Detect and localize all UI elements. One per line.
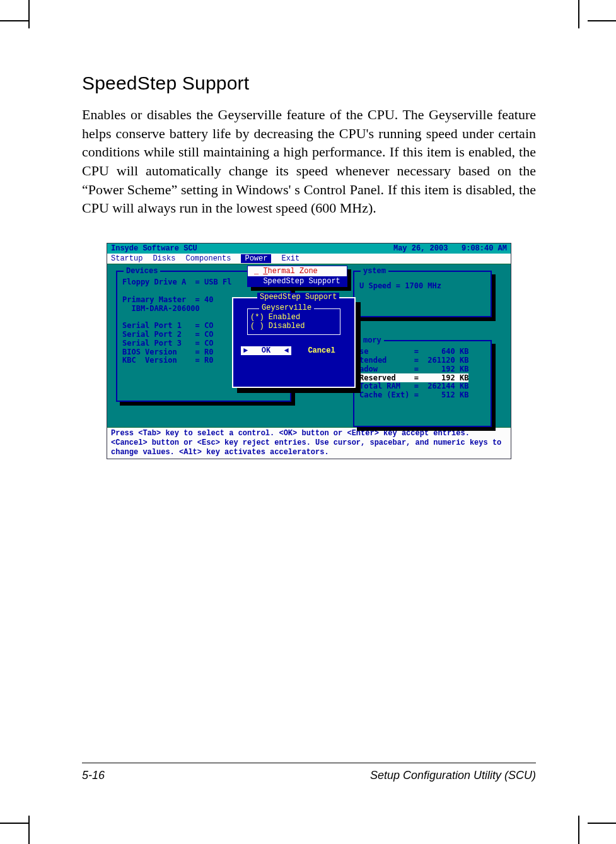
memory-text: se = 640 KB tended = 261120 KB adow = 19…: [359, 348, 485, 400]
dialog-speedstep: SpeedStep Support Geyserville (*) Enable…: [232, 297, 356, 388]
menu-disks[interactable]: Disks: [153, 254, 175, 263]
option-disabled[interactable]: ( ) Disabled: [250, 322, 337, 331]
bios-titlebar: Insyde Software SCU May 26, 2003 9:08:40…: [107, 243, 511, 254]
bios-screenshot: Insyde Software SCU May 26, 2003 9:08:40…: [107, 243, 511, 459]
body-paragraph: Enables or disables the Geyserville feat…: [82, 105, 536, 218]
crop-mark: [578, 816, 579, 844]
dropdown-thermal-zone[interactable]: _ Thermal Zone: [248, 266, 347, 276]
crop-mark: [28, 0, 30, 28]
panel-memory-title: mory: [361, 336, 384, 345]
dialog-title: SpeedStep Support: [257, 293, 339, 302]
bios-workspace: Devices Floppy Drive A = USB Fl Primary …: [107, 264, 511, 428]
bios-time: 9:08:40 AM: [462, 244, 507, 253]
footer-rule: [82, 763, 536, 764]
menu-startup[interactable]: Startup: [111, 254, 142, 263]
crop-mark: [0, 823, 28, 824]
crop-mark: [28, 816, 30, 844]
bios-title: Insyde Software SCU: [111, 244, 197, 253]
menu-components[interactable]: Components: [185, 254, 231, 263]
cancel-button[interactable]: Cancel: [296, 346, 347, 355]
menu-power[interactable]: Power: [241, 254, 271, 263]
power-dropdown[interactable]: _ Thermal Zone SpeedStep Support: [247, 266, 347, 287]
option-enabled[interactable]: (*) Enabled: [250, 313, 337, 322]
panel-system-title: ystem: [361, 267, 388, 276]
system-text: U Speed = 1700 MHz: [359, 282, 485, 291]
ok-button[interactable]: ► OK ◄: [241, 346, 291, 355]
crop-mark: [0, 20, 28, 21]
dropdown-speedstep-support[interactable]: SpeedStep Support: [248, 276, 347, 286]
bios-datetime: May 26, 2003 9:08:40 AM: [393, 244, 507, 253]
panel-devices-title: Devices: [124, 267, 160, 276]
section-heading: SpeedStep Support: [82, 73, 536, 94]
menu-exit[interactable]: Exit: [281, 254, 299, 263]
panel-memory: mory se = 640 KB tended = 261120 KB adow…: [353, 340, 492, 427]
crop-mark: [578, 0, 579, 28]
bios-date: May 26, 2003: [393, 244, 448, 253]
footer-section: Setup Configuration Utility (SCU): [370, 769, 536, 782]
page-number: 5-16: [82, 769, 105, 782]
fieldset-title: Geyserville: [259, 303, 314, 312]
fieldset-geyserville: Geyserville (*) Enabled ( ) Disabled: [247, 308, 340, 335]
crop-mark: [588, 20, 616, 21]
panel-system: ystem U Speed = 1700 MHz: [353, 271, 492, 317]
bios-menubar: Startup Disks Components Power Exit: [107, 254, 511, 264]
bios-help-text: Press <Tab> key to select a control. <OK…: [107, 428, 511, 459]
crop-mark: [588, 823, 616, 824]
